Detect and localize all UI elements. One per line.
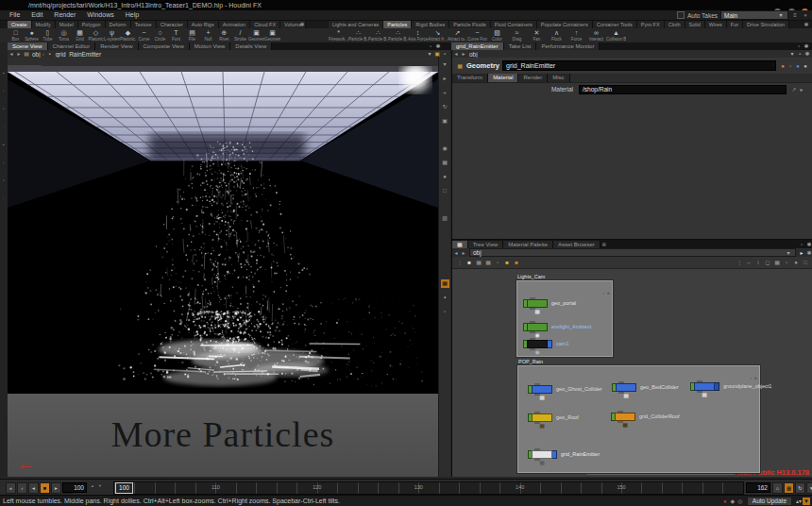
play-icon[interactable]: ▸	[798, 249, 805, 257]
prev-frame-icon[interactable]: ‹	[17, 482, 27, 494]
tab-composite-view[interactable]: Composite View	[139, 42, 190, 50]
tool-particle-b[interactable]: ∴Particle B...	[388, 28, 408, 42]
camera-lock-icon[interactable]: ▦	[441, 159, 449, 167]
tool-font[interactable]: TFont	[168, 28, 184, 42]
tab-asset-browser[interactable]: Asset Browser	[553, 241, 601, 248]
tab-render[interactable]: Render	[518, 74, 548, 82]
menu-windows[interactable]: Windows	[81, 10, 119, 20]
auto-update-arrows-icon[interactable]: ▴▾	[795, 498, 803, 505]
shelf-tab-particles[interactable]: Particles	[383, 21, 412, 28]
tool-collision-b[interactable]: ▲Collision B...	[606, 28, 626, 42]
current-frame-field[interactable]: 100	[62, 482, 87, 493]
loop-mode-icon[interactable]: ↻	[795, 482, 805, 494]
tool-null[interactable]: +Null	[200, 28, 216, 42]
history-back-icon[interactable]: ◂	[8, 50, 15, 58]
tool-box[interactable]: □Box	[8, 28, 24, 42]
tool-firework[interactable]: *Firework...	[329, 28, 348, 42]
tab-scene-view[interactable]: Scene View	[8, 42, 48, 50]
message-log-icon[interactable]: ◆	[729, 498, 736, 505]
scale-tool-icon[interactable]: ▣	[441, 117, 449, 126]
gear-icon[interactable]: ✱	[804, 50, 811, 58]
tab-grid-rainemitter[interactable]: grid_RainEmitter	[451, 42, 504, 50]
shelf-tab-container-tools[interactable]: Container Tools	[593, 21, 637, 28]
take-selector[interactable]: Main ▾	[720, 10, 788, 20]
find-node-icon[interactable]: ●	[792, 259, 800, 266]
tab-take-list[interactable]: Take List	[504, 42, 537, 50]
node-geo-bedcollider[interactable]: ▦geo_BedCollider	[612, 383, 679, 392]
pane-gear-icon[interactable]: ✱	[434, 42, 442, 50]
tool-interact[interactable]: ∞Interact	[586, 28, 606, 42]
takes-list-icon[interactable]: ≡	[791, 11, 799, 19]
pane-split-icon[interactable]: ▫	[427, 42, 434, 50]
node-display-flag[interactable]	[548, 340, 552, 348]
pin-icon[interactable]: ▪	[796, 50, 804, 58]
tool-curve[interactable]: ~Curve	[136, 28, 152, 42]
realtime-toggle-icon[interactable]: ▦	[784, 482, 794, 494]
tool-sphere[interactable]: ●Sphere	[24, 28, 40, 42]
shelf-tab-lights-and-cameras[interactable]: Lights and Cameras	[329, 21, 383, 28]
frame-step-down-icon[interactable]: ▾	[96, 482, 104, 490]
full-view-icon[interactable]: □	[802, 259, 809, 266]
shelf-tab-rigid-bodies[interactable]: Rigid Bodies	[412, 21, 449, 28]
node-grid-colliderroof[interactable]: ▦grid_ColliderRoof	[611, 413, 680, 421]
playhead[interactable]: 100	[115, 482, 133, 494]
network-box-icon[interactable]: ■	[513, 259, 520, 266]
history-forward-icon[interactable]: ▸	[15, 50, 23, 58]
shelf-tab-populate-containers[interactable]: Populate Containers	[537, 21, 593, 28]
node-name-field[interactable]: grid_RainEmitter	[502, 60, 776, 71]
shelf-tab-particle-fluids[interactable]: Particle Fluids	[449, 21, 491, 28]
tab-transform[interactable]: Transform	[452, 74, 488, 82]
folder-icon[interactable]: ▤	[23, 50, 30, 58]
breadcrumb-node[interactable]: grid_RainEmitter	[56, 51, 101, 58]
shelf-gear-icon[interactable]: ✱	[803, 21, 810, 28]
shelf-tab-create[interactable]: Create	[8, 21, 32, 28]
ghost-objects-icon[interactable]: ▨	[441, 214, 449, 223]
shelf-tab-solid[interactable]: Solid	[685, 21, 705, 28]
tool-platonic[interactable]: ◇Platonic	[88, 28, 104, 42]
zoom-fit-icon[interactable]: ↕	[754, 259, 762, 266]
select-mode-icon[interactable]: ▸	[441, 75, 449, 83]
tab-misc[interactable]: Misc	[548, 74, 569, 82]
node-geo-ghost-collider[interactable]: ▦geo_Ghost_Collider	[528, 385, 602, 394]
pane-float-icon[interactable]: ▫	[798, 241, 805, 248]
node-geo-portal[interactable]: ▦geo_portal	[523, 299, 576, 308]
params-path[interactable]: obj	[469, 51, 478, 58]
tool-attract-fr[interactable]: ↘Attract fr...	[428, 28, 448, 42]
home-frame-icon[interactable]: ⌂	[772, 482, 783, 494]
tool-color[interactable]: ▧Color	[487, 28, 507, 42]
shelf-tab-texture[interactable]: Texture	[131, 21, 157, 28]
overview-map-icon[interactable]: ▦	[773, 259, 781, 266]
shade-mode-icon[interactable]: ●	[441, 173, 449, 181]
shelf-tab-animation[interactable]: Animation	[219, 21, 250, 28]
node-cam1[interactable]: ◉cam1	[523, 340, 568, 348]
range-end-field[interactable]: 162	[746, 482, 770, 493]
tab-material[interactable]: Material	[488, 74, 518, 82]
frame-all-icon[interactable]: ◻	[764, 259, 771, 266]
tool-stroke[interactable]: /Stroke	[232, 28, 248, 42]
tool-drag[interactable]: ≈Drag	[507, 28, 527, 42]
tool-geometr[interactable]: ▣Geometr...	[248, 28, 264, 42]
viewport-3d-canvas[interactable]	[8, 66, 438, 394]
tool-fan[interactable]: ✕Fan	[527, 28, 547, 42]
channel-scope-icon[interactable]: ↗	[790, 86, 798, 93]
play-icon[interactable]: ▸	[51, 482, 61, 494]
frame-step-up-icon[interactable]: ▴	[89, 482, 96, 490]
tool-axis-force[interactable]: ↕Axis Force	[408, 28, 428, 42]
netbox-close-icon[interactable]: ✕	[606, 290, 611, 297]
jump-to-start-icon[interactable]: «	[6, 482, 16, 494]
out-pane-icon[interactable]: ▫	[1, 177, 7, 184]
show-particles-toggle-icon[interactable]: ▦	[441, 279, 449, 288]
shop-pane-icon[interactable]: ◦	[1, 159, 7, 166]
jump-to-material-icon[interactable]: ▸	[798, 86, 805, 93]
auto-takes-checkbox[interactable]	[677, 11, 685, 19]
auto-update-selector[interactable]: Auto Update	[747, 497, 792, 506]
new-pane-tab-icon[interactable]: ⊕	[601, 241, 608, 248]
grid-toggle-icon[interactable]: ▫	[441, 308, 449, 316]
move-tool-icon[interactable]: +	[441, 89, 449, 97]
snapshot-icon[interactable]: ▣	[433, 50, 441, 58]
shelf-tab-cloth[interactable]: Cloth	[665, 21, 685, 28]
material-param-field[interactable]: /shop/Rain	[579, 85, 787, 94]
render-flag-icon[interactable]: ●	[794, 62, 802, 70]
tool-flock[interactable]: ʌFlock	[547, 28, 567, 42]
pane-float-icon[interactable]: ▫	[795, 42, 803, 50]
